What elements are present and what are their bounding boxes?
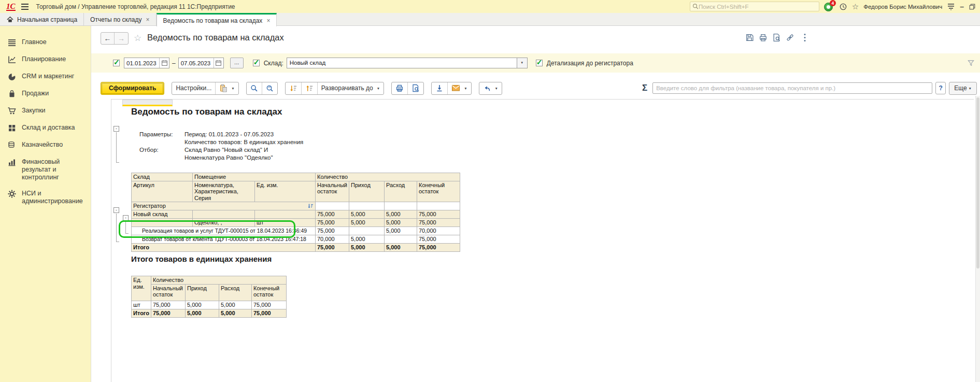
sidebar-item-treasury[interactable]: Казначейство [0, 137, 91, 154]
favorite-star-icon[interactable]: ☆ [134, 33, 141, 44]
sidebar-item-purchases[interactable]: Закупки [0, 103, 91, 120]
forward-button[interactable]: → [115, 33, 128, 44]
generate-button[interactable]: Сформировать [101, 82, 164, 95]
totals-title: Итого товаров в единицах хранения [131, 254, 272, 263]
print-button[interactable] [392, 82, 408, 94]
change-report-button[interactable]: ▼ [479, 82, 502, 94]
user-name[interactable]: Федоров Борис Михайлович [863, 4, 942, 10]
vertical-scrollbar[interactable] [975, 96, 980, 382]
paste-settings-button[interactable]: ▼ [216, 82, 238, 94]
detail-checkbox[interactable] [536, 60, 543, 66]
print-preview-button[interactable] [408, 82, 423, 94]
search-next-icon [266, 84, 274, 92]
help-button[interactable]: ? [935, 82, 946, 94]
global-search[interactable] [690, 2, 819, 11]
date-from-value[interactable]: 01.01.2023 [124, 60, 159, 66]
table-cell: 5,000 [349, 235, 385, 243]
sidebar-item-main[interactable]: Главное [0, 34, 91, 51]
global-search-input[interactable] [699, 4, 817, 10]
warehouse-combo[interactable]: Новый склад ▼ [287, 58, 528, 68]
tab-warehouse-reports[interactable]: Отчеты по складу × [84, 13, 156, 26]
planning-chart-icon [7, 55, 17, 64]
period-checkbox[interactable] [113, 60, 120, 66]
tab-home[interactable]: Начальная страница [0, 13, 84, 26]
param-line: Период: 01.01.2023 - 07.05.2023 [184, 131, 274, 137]
table-cell [385, 235, 417, 243]
close-icon[interactable]: × [266, 17, 270, 24]
collapse-groups-button[interactable] [286, 82, 302, 94]
table-header-row: Артикул Номенклатура, Характеристика, Се… [132, 181, 460, 202]
sidebar-item-warehouse[interactable]: Склад и доставка [0, 120, 91, 137]
period-options-button[interactable]: ... [230, 58, 244, 68]
registrator-cell[interactable]: Регистратор [132, 202, 316, 210]
sidebar-item-admin[interactable]: НСИ и администрирование [0, 186, 91, 209]
send-mail-button[interactable]: ▼ [448, 82, 471, 94]
filter-funnel-icon[interactable] [967, 59, 975, 67]
more-menu-icon[interactable] [803, 33, 812, 42]
settings-button[interactable]: Настройки... [172, 82, 216, 94]
sidebar-item-finance[interactable]: Финансовый результат и контроллинг [0, 154, 91, 186]
date-to-field[interactable]: 07.05.2023 [178, 58, 224, 68]
notifications-icon[interactable]: 4 [824, 2, 834, 12]
table-cell: шт [255, 218, 316, 227]
restore-icon[interactable] [969, 3, 976, 10]
sidebar-item-sales[interactable]: Продажи [0, 86, 91, 103]
print-icon[interactable] [759, 33, 768, 42]
sidebar-item-label: Закупки [22, 107, 46, 115]
collapse-group-button[interactable] [113, 126, 119, 132]
table-cell: 75,000 [316, 210, 349, 218]
calendar-icon[interactable] [214, 58, 223, 68]
warehouse-value[interactable]: Новый склад [287, 58, 517, 68]
history-icon[interactable] [839, 3, 847, 11]
sort-descending-icon[interactable] [307, 203, 314, 209]
search-icon [692, 3, 699, 10]
table-cell: 5,000 [349, 210, 385, 218]
expand-groups-icon [305, 84, 314, 92]
header-cell: Расход [385, 181, 417, 202]
service-menu-icon[interactable] [947, 3, 955, 10]
expand-groups-button[interactable] [302, 82, 318, 94]
tab-label: Ведомость по товарам на складах [163, 17, 263, 24]
table-cell: 5,000 [385, 243, 417, 251]
sidebar-item-planning[interactable]: Планирование [0, 51, 91, 68]
warehouse-checkbox[interactable] [253, 60, 260, 66]
table-header-row: Склад Помещение Количество [132, 173, 460, 181]
back-button[interactable]: ← [101, 33, 115, 44]
table-cell: 70,000 [417, 227, 460, 235]
save-result-button[interactable] [432, 82, 448, 94]
filter-line: Номенклатура Равно "Одеялко" [184, 154, 273, 161]
date-from-field[interactable]: 01.01.2023 [124, 58, 169, 68]
gear-icon [7, 189, 17, 199]
table-cell: Возврат товаров от клиента ТДУТ-000003 о… [132, 235, 316, 243]
find-next-button[interactable] [262, 82, 277, 94]
calendar-icon[interactable] [159, 58, 169, 68]
report-area[interactable]: Ведомость по товарам на складах Параметр… [91, 96, 980, 382]
header-cell: Ед. изм. [132, 276, 151, 301]
sidebar-item-label: НСИ и администрирование [22, 190, 88, 205]
favorites-star-icon[interactable]: ☆ [852, 3, 859, 10]
sidebar-item-crm[interactable]: CRM и маркетинг [0, 68, 91, 86]
undo-icon [483, 84, 491, 92]
save-icon[interactable] [745, 33, 754, 42]
link-icon[interactable] [786, 33, 794, 42]
expand-to-button[interactable]: Разворачивать до▼ [318, 82, 384, 94]
find-button[interactable] [247, 82, 262, 94]
table-cell [193, 210, 255, 218]
sidebar-item-label: Главное [22, 38, 47, 46]
preview-icon[interactable] [772, 33, 781, 42]
table-cell: 70,000 [316, 235, 349, 243]
scrollbar-thumb[interactable] [976, 97, 979, 268]
minimize-icon[interactable]: – [960, 4, 964, 9]
chevron-down-icon[interactable]: ▼ [517, 58, 528, 68]
chevron-down-icon: ▼ [969, 87, 972, 90]
collapse-group-button[interactable] [123, 215, 129, 221]
more-button[interactable]: Еще▼ [949, 82, 977, 95]
collapse-group-button[interactable] [113, 207, 119, 213]
tab-goods-statement[interactable]: Ведомость по товарам на складах × [157, 13, 277, 26]
sum-icon[interactable]: Σ [642, 83, 647, 93]
hamburger-icon[interactable] [21, 3, 29, 10]
sidebar-item-label: Казначейство [22, 141, 63, 149]
date-to-value[interactable]: 07.05.2023 [179, 60, 214, 66]
quick-filter-input[interactable] [652, 82, 932, 94]
close-icon[interactable]: × [146, 16, 150, 23]
